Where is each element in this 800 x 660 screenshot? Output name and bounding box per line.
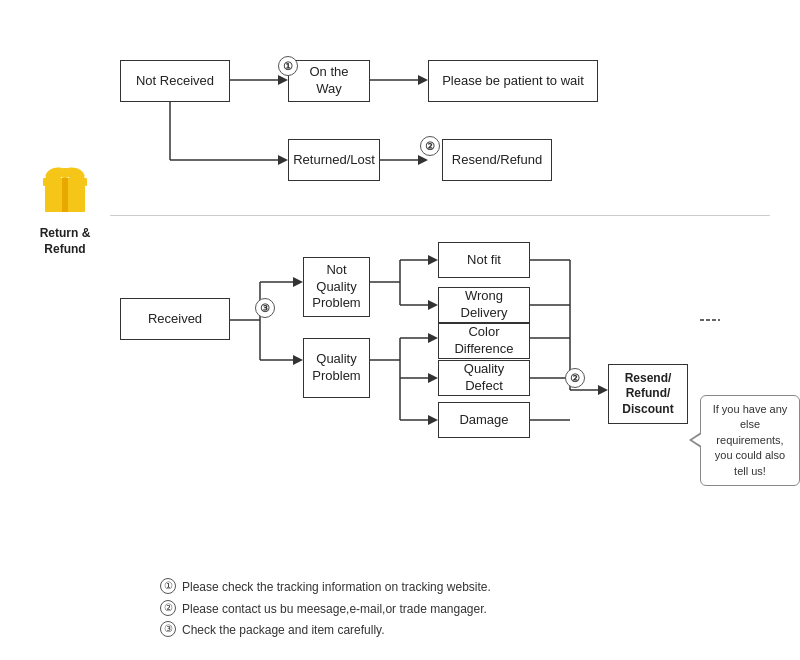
box-on-the-way: On the Way — [288, 60, 370, 102]
box-wrong-delivery: Wrong Delivery — [438, 287, 530, 323]
svg-rect-4 — [62, 178, 68, 186]
note-num-2: ② — [160, 600, 176, 616]
svg-marker-27 — [428, 300, 438, 310]
note-num-1: ① — [160, 578, 176, 594]
svg-marker-25 — [428, 255, 438, 265]
svg-marker-11 — [278, 155, 288, 165]
box-color-diff: Color Difference — [438, 323, 530, 359]
box-not-received: Not Received — [120, 60, 230, 102]
note-num-3: ③ — [160, 621, 176, 637]
box-quality-problem: Quality Problem — [303, 338, 370, 398]
svg-marker-8 — [278, 75, 288, 85]
box-quality-defect: Quality Defect — [438, 360, 530, 396]
note-2: ② Please contact us bu meesage,e-mail,or… — [160, 599, 491, 621]
circle-2-top: ② — [420, 136, 440, 156]
separator — [110, 215, 770, 216]
page-container: Return & Refund — [0, 0, 800, 660]
speech-bubble: If you have any else requirements, you c… — [700, 395, 800, 486]
footer-notes: ① Please check the tracking information … — [160, 577, 491, 642]
box-received: Received — [120, 298, 230, 340]
left-icon-area: Return & Refund — [20, 160, 110, 257]
box-damage: Damage — [438, 402, 530, 438]
circle-3: ③ — [255, 298, 275, 318]
box-resend-refund-top: Resend/Refund — [442, 139, 552, 181]
box-returned-lost: Returned/Lost — [288, 139, 380, 181]
note-3: ③ Check the package and item carefully. — [160, 620, 491, 642]
svg-marker-43 — [598, 385, 608, 395]
box-not-fit: Not fit — [438, 242, 530, 278]
svg-rect-2 — [61, 168, 69, 178]
svg-marker-19 — [293, 277, 303, 287]
circle-2-bottom: ② — [565, 368, 585, 388]
svg-rect-6 — [62, 186, 68, 212]
svg-marker-21 — [293, 355, 303, 365]
box-please-wait: Please be patient to wait — [428, 60, 598, 102]
svg-marker-33 — [428, 373, 438, 383]
svg-marker-35 — [428, 415, 438, 425]
box-resend-refund-discount: Resend/ Refund/ Discount — [608, 364, 688, 424]
circle-1: ① — [278, 56, 298, 76]
note-1: ① Please check the tracking information … — [160, 577, 491, 599]
flowchart: ① Not Received On the Way Please be pati… — [110, 20, 770, 580]
gift-icon — [35, 160, 95, 220]
box-not-quality: Not Quality Problem — [303, 257, 370, 317]
svg-marker-15 — [418, 155, 428, 165]
icon-label: Return & Refund — [20, 226, 110, 257]
svg-marker-13 — [418, 75, 428, 85]
svg-marker-31 — [428, 333, 438, 343]
